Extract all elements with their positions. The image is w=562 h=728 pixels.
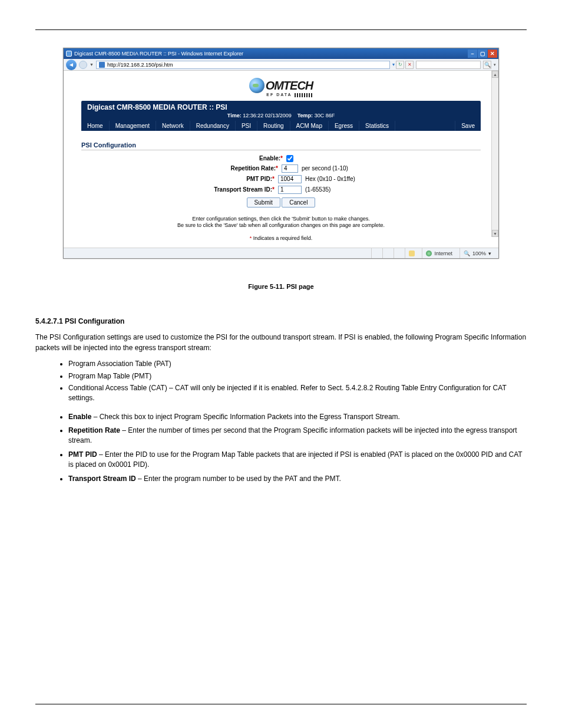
back-button[interactable]: ◄ — [66, 60, 77, 70]
window-controls: – ▢ ✕ — [468, 50, 497, 58]
tab-acm-map[interactable]: ACM Map — [290, 121, 329, 131]
pmt-pid-hint: Hex (0x10 - 0x1ffe) — [305, 176, 394, 182]
browser-window: Digicast CMR-8500 MEDIA ROUTER :: PSI - … — [63, 48, 499, 259]
brand-subline: EF DATA — [266, 93, 292, 97]
rep-rate-label: Repetition Rate: — [230, 165, 276, 172]
list-item: Enable – Check this box to inject Progra… — [68, 412, 527, 422]
psi-packets-list: Program Association Table (PAT) Program … — [68, 359, 527, 404]
intro-paragraph: The PSI Configuration settings are used … — [35, 332, 527, 353]
globe-icon — [426, 251, 432, 256]
help-line-1: Enter configuration settings, then click… — [192, 216, 370, 222]
document-body: Figure 5-11. PSI page 5.4.2.7.1 PSI Conf… — [35, 282, 527, 484]
stop-button[interactable]: ✕ — [405, 61, 414, 69]
url-dropdown-icon[interactable]: ▾ — [392, 62, 395, 67]
list-item: Transport Stream ID – Enter the program … — [68, 474, 527, 484]
brand-text: OMTECH — [266, 79, 313, 93]
scrollbar[interactable]: ▲ ▼ — [491, 71, 498, 237]
rep-rate-hint: per second (1-10) — [302, 165, 390, 172]
tab-psi[interactable]: PSI — [236, 121, 257, 131]
zoom-dropdown-icon[interactable]: ▾ — [488, 251, 491, 256]
address-bar: ◄ ▼ http://192.168.2.150/psi.htm ▾ ↻ ✕ 🔍… — [64, 59, 498, 71]
url-text: http://192.168.2.150/psi.htm — [107, 62, 173, 68]
tab-management[interactable]: Management — [110, 121, 156, 131]
brand-bars-icon — [295, 93, 312, 97]
security-zone: Internet — [434, 251, 452, 256]
list-item: Conditional Access Table (CAT) – CAT wil… — [68, 383, 527, 404]
globe-icon — [249, 78, 265, 93]
search-button[interactable]: 🔍 — [483, 61, 491, 69]
window-title: Digicast CMR-8500 MEDIA ROUTER :: PSI - … — [74, 51, 243, 57]
url-field[interactable]: http://192.168.2.150/psi.htm — [96, 61, 390, 69]
ts-id-label: Transport Stream ID: — [214, 186, 272, 193]
help-line-2: Be sure to click the 'Save' tab when all… — [177, 222, 385, 228]
list-item: Repetition Rate – Enter the number of ti… — [68, 426, 527, 446]
section-number: 5.4.2.7.1 PSI Configuration — [35, 317, 124, 325]
search-dropdown-icon[interactable]: ▾ — [494, 62, 496, 67]
list-item: Program Association Table (PAT) — [68, 359, 527, 369]
page-title: Digicast CMR-8500 MEDIA ROUTER :: PSI — [81, 101, 481, 111]
top-rule — [35, 29, 527, 30]
tab-save[interactable]: Save — [455, 121, 481, 131]
temp-label: Temp: — [297, 113, 313, 118]
bottom-rule — [35, 704, 527, 704]
cancel-button[interactable]: Cancel — [282, 197, 315, 207]
tab-routing[interactable]: Routing — [257, 121, 290, 131]
titlebar: Digicast CMR-8500 MEDIA ROUTER :: PSI - … — [64, 48, 498, 59]
tab-statistics[interactable]: Statistics — [359, 121, 395, 131]
history-dropdown-icon[interactable]: ▼ — [90, 62, 94, 67]
status-bar: Internet 🔍100% ▾ — [64, 248, 498, 258]
brand-logo: OMTECH EF DATA — [81, 78, 481, 97]
zoom-level: 100% — [472, 251, 486, 256]
pmt-pid-input[interactable] — [278, 175, 302, 183]
ie-app-icon — [66, 51, 72, 57]
security-shield-icon — [409, 251, 415, 256]
enable-label: Enable: — [259, 155, 280, 162]
tab-home[interactable]: Home — [81, 121, 110, 131]
temp-value: 30C 86F — [315, 113, 335, 118]
tab-egress[interactable]: Egress — [329, 121, 359, 131]
time-label: Time: — [227, 113, 242, 118]
list-item: Program Map Table (PMT) — [68, 371, 527, 381]
section-heading: PSI Configuration — [81, 141, 481, 150]
required-text: Indicates a required field. — [253, 235, 313, 241]
maximize-button[interactable]: ▢ — [478, 50, 487, 58]
ts-id-input[interactable] — [278, 186, 302, 194]
tab-network[interactable]: Network — [156, 121, 190, 131]
refresh-button[interactable]: ↻ — [396, 61, 404, 69]
page-header-band: Digicast CMR-8500 MEDIA ROUTER :: PSI Ti… — [81, 101, 481, 131]
favicon-icon — [99, 62, 105, 68]
figure-caption: Figure 5-11. PSI page — [35, 282, 527, 292]
ts-id-hint: (1-65535) — [305, 186, 394, 193]
zoom-icon: 🔍 — [464, 251, 470, 256]
tab-redundancy[interactable]: Redundancy — [190, 121, 236, 131]
field-descriptions-list: Enable – Check this box to inject Progra… — [68, 412, 527, 484]
enable-checkbox[interactable] — [286, 155, 293, 162]
list-item: PMT PID – Enter the PID to use for the P… — [68, 450, 527, 470]
help-text: Enter configuration settings, then click… — [81, 216, 481, 229]
page-content: OMTECH EF DATA Digicast CMR-8500 MEDIA R… — [64, 71, 498, 248]
rep-rate-input[interactable] — [282, 164, 298, 173]
close-button[interactable]: ✕ — [488, 50, 497, 58]
submit-button[interactable]: Submit — [247, 197, 280, 207]
minimize-button[interactable]: – — [468, 50, 477, 58]
pmt-pid-label: PMT PID: — [246, 176, 272, 182]
nav-tabs: Home Management Network Redundancy PSI R… — [81, 121, 481, 131]
forward-button[interactable] — [79, 61, 87, 69]
search-input[interactable] — [416, 61, 481, 69]
scroll-down-icon[interactable]: ▼ — [492, 230, 498, 237]
time-value: 12:36:22 02/13/2009 — [243, 113, 292, 118]
scroll-up-icon[interactable]: ▲ — [492, 71, 498, 78]
required-legend: * Indicates a required field. — [81, 235, 481, 241]
